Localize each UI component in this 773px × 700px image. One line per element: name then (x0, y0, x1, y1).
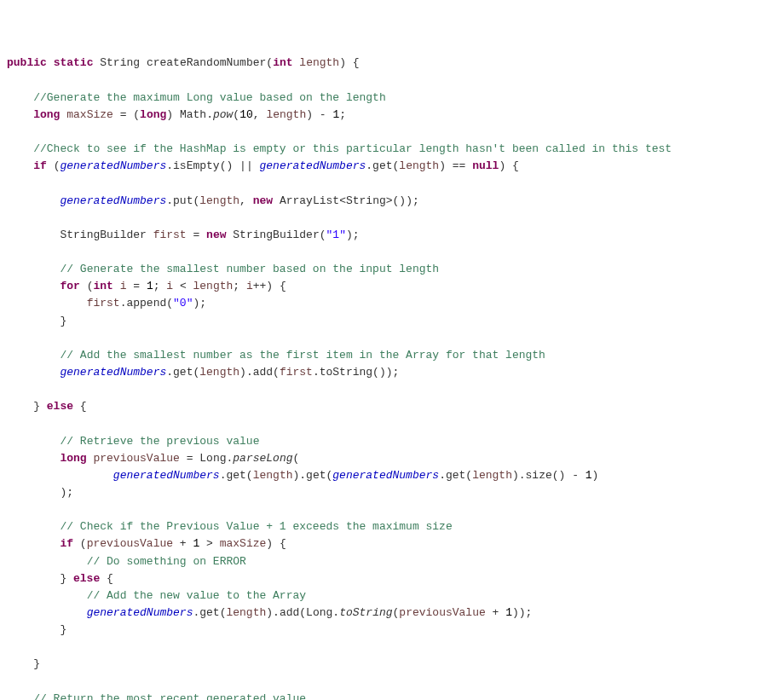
code-token: length (199, 366, 239, 379)
code-token: length (399, 159, 439, 172)
code-token: length (299, 56, 339, 69)
code-token: // Do something on ERROR (87, 555, 246, 568)
code-token: = (126, 280, 146, 292)
code-token: ).add( (266, 606, 306, 619)
code-token: .append( (120, 297, 173, 310)
code-token: .put( (166, 194, 199, 207)
code-token (140, 56, 147, 69)
code-token: previousValue (399, 606, 485, 619)
code-token: ) (592, 469, 599, 482)
code-token: ( (320, 229, 326, 241)
code-token: else (47, 400, 73, 413)
code-token: .get( (193, 606, 226, 619)
code-token: + (486, 606, 505, 619)
code-token (7, 108, 33, 121)
code-line: // Return the most recent generated valu… (7, 691, 766, 700)
code-token: .get( (220, 469, 253, 482)
code-token: parseLong (233, 452, 292, 465)
code-token: 1 (586, 469, 592, 482)
code-token: int (273, 56, 292, 69)
code-token (7, 349, 60, 362)
code-token: ) { (266, 537, 286, 550)
code-token (7, 229, 60, 241)
code-token: ) == (439, 159, 472, 172)
code-line: } else { (7, 398, 766, 415)
code-token: generatedNumbers (60, 194, 166, 207)
code-token: generatedNumbers (332, 469, 439, 482)
code-token: i (246, 280, 253, 292)
code-token: if (60, 537, 73, 550)
code-token: Long (306, 606, 332, 619)
code-line (7, 415, 766, 432)
code-token (7, 435, 60, 448)
code-token (7, 142, 33, 155)
code-token: maxSize (66, 108, 113, 121)
code-token: Long (199, 452, 226, 465)
code-token: ); (346, 229, 360, 241)
code-token: ) (166, 108, 180, 121)
code-token: long (60, 452, 86, 465)
code-token: null (472, 159, 499, 172)
code-token: first (87, 297, 120, 310)
code-line: // Retrieve the previous value (7, 433, 766, 450)
code-token (7, 692, 33, 700)
code-line (7, 124, 766, 141)
code-token: ( (233, 108, 239, 121)
code-token: first (280, 366, 313, 379)
code-line: StringBuilder first = new StringBuilder(… (7, 227, 766, 244)
code-token: ++) { (253, 280, 286, 292)
code-token: ).size() - (512, 469, 586, 482)
code-token: // Generate the smallest number based on… (60, 263, 439, 275)
code-token: ArrayList (280, 194, 339, 207)
code-token: else (73, 572, 100, 585)
code-token: ).get( (292, 469, 332, 482)
code-line: if (generatedNumbers.isEmpty() || genera… (7, 158, 766, 175)
code-token: .toString()); (313, 366, 399, 379)
code-token (273, 194, 280, 207)
code-token: StringBuilder (233, 229, 319, 241)
code-token: previousValue (93, 452, 179, 465)
code-line (7, 330, 766, 347)
code-line (7, 639, 766, 656)
java-code-block: public static String createRandomNumber(… (7, 55, 766, 700)
code-token: //Check to see if the HashMap is empty o… (33, 142, 672, 155)
code-token: >()); (386, 194, 419, 207)
code-line: } (7, 656, 766, 673)
code-token: Math (180, 108, 206, 121)
code-token: first (153, 229, 187, 241)
code-token: generatedNumbers (60, 159, 166, 172)
code-token: = ( (113, 108, 140, 121)
code-line (7, 210, 766, 227)
code-line: // Add the smallest number as the first … (7, 347, 766, 364)
code-token (7, 194, 60, 207)
code-token: // Check if the Previous Value + 1 excee… (60, 520, 452, 533)
code-token: ; (153, 280, 167, 292)
code-line: public static String createRandomNumber(… (7, 55, 766, 72)
code-token: generatedNumbers (113, 469, 220, 482)
code-token: .get( (439, 469, 472, 482)
code-token (7, 366, 60, 379)
code-token (7, 263, 60, 275)
code-token: // Return the most recent generated valu… (33, 692, 306, 700)
code-token: } (7, 400, 47, 413)
code-token: if (33, 159, 47, 172)
code-token: ).add( (239, 366, 280, 379)
code-token: ); (7, 486, 73, 499)
code-line: for (int i = 1; i < length; i++) { (7, 278, 766, 295)
code-token (7, 537, 60, 550)
code-token (147, 229, 153, 241)
code-token: .isEmpty() || (166, 159, 259, 172)
code-token: ) { (339, 56, 359, 69)
code-token (7, 280, 60, 292)
code-token: length (472, 469, 512, 482)
code-token: < (339, 194, 346, 207)
code-token: long (33, 108, 60, 121)
code-token: = (187, 229, 206, 241)
code-token: ( (80, 280, 94, 292)
code-token: i (166, 280, 173, 292)
code-token (7, 606, 87, 619)
code-line (7, 175, 766, 192)
code-token: toString (339, 606, 392, 619)
code-token: .get( (366, 159, 399, 172)
code-line: } else { (7, 570, 766, 587)
